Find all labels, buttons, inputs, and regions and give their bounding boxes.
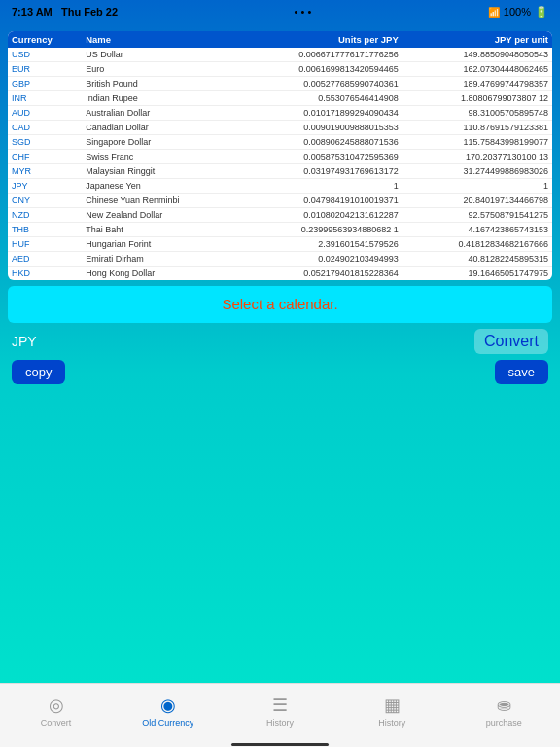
- table-row[interactable]: HKD Hong Kong Dollar 0.05217940181522836…: [8, 267, 552, 281]
- convert-tab-icon: ◎: [49, 694, 64, 716]
- currency-code-link[interactable]: NZD: [12, 210, 30, 220]
- currency-name: Japanese Yen: [82, 179, 237, 194]
- spacer: [8, 390, 552, 675]
- currency-label: JPY: [12, 334, 37, 349]
- battery-icon: 🔋: [535, 6, 548, 18]
- jpy-per-unit: 1.80806799073807 12: [402, 91, 552, 106]
- units-per-jpy: 0.052179401815228364: [237, 267, 402, 281]
- units-per-jpy: 0.047984191010019371: [237, 194, 402, 208]
- battery-label: 100%: [504, 6, 531, 18]
- currency-code-link[interactable]: GBP: [12, 79, 30, 89]
- save-button[interactable]: save: [495, 360, 548, 384]
- col-header-name: Name: [82, 31, 237, 48]
- currency-name: Thai Baht: [82, 223, 237, 237]
- status-time-date: 7:13 AM Thu Feb 22: [12, 6, 118, 18]
- old-currency-tab-icon: ◉: [160, 694, 176, 716]
- table-row[interactable]: CAD Canadian Dollar 0.009019009888015353…: [8, 121, 552, 135]
- currency-name: Hong Kong Dollar: [82, 267, 237, 281]
- currency-code-link[interactable]: INR: [12, 93, 27, 103]
- units-per-jpy: 0.010802042131612287: [237, 208, 402, 223]
- table-row[interactable]: HUF Hungarian Forint 2.391601541579526 0…: [8, 237, 552, 252]
- currency-code-link[interactable]: AUD: [12, 108, 30, 118]
- units-per-jpy: 0.024902103494993: [237, 252, 402, 267]
- currency-code-link[interactable]: EUR: [12, 64, 30, 74]
- jpy-per-unit: 110.87691579123381: [402, 121, 552, 135]
- currency-name: Euro: [82, 62, 237, 77]
- currency-name: Malaysian Ringgit: [82, 164, 237, 179]
- table-row[interactable]: USD US Dollar 0.0066717776171776256 149.…: [8, 48, 552, 62]
- currency-name: Chinese Yuan Renminbi: [82, 194, 237, 208]
- jpy-per-unit: 149.88509048050543: [402, 48, 552, 62]
- jpy-per-unit: 189.47699744798357: [402, 77, 552, 91]
- col-header-currency: Currency: [8, 31, 82, 48]
- currency-code-link[interactable]: HKD: [12, 268, 30, 278]
- tab-convert[interactable]: ◎ Convert: [27, 694, 86, 728]
- currency-code-link[interactable]: CAD: [12, 123, 30, 132]
- currency-code-link[interactable]: USD: [12, 50, 30, 59]
- select-calendar-text: Select a calendar.: [222, 296, 337, 312]
- units-per-jpy: 0.010171899294090434: [237, 106, 402, 121]
- jpy-per-unit: 115.75843998199077: [402, 135, 552, 150]
- status-bar: 7:13 AM Thu Feb 22 • • • 📶 100% 🔋: [0, 0, 560, 23]
- purchase-tab-icon: ⛂: [497, 694, 511, 716]
- convert-button[interactable]: Convert: [474, 329, 548, 354]
- jpy-per-unit: 170.20377130100 13: [402, 150, 552, 164]
- jpy-per-unit: 4.167423865743153: [402, 223, 552, 237]
- currency-name: Swiss Franc: [82, 150, 237, 164]
- jpy-per-unit: 98.31005705895748: [402, 106, 552, 121]
- currency-name: Singapore Dollar: [82, 135, 237, 150]
- currency-name: US Dollar: [82, 48, 237, 62]
- tab-old-currency-label: Old Currency: [142, 718, 193, 728]
- units-per-jpy: 2.391601541579526: [237, 237, 402, 252]
- tab-purchase[interactable]: ⛂ purchase: [474, 694, 533, 728]
- currency-code-link[interactable]: AED: [12, 254, 30, 264]
- units-per-jpy: 0.008906245888071536: [237, 135, 402, 150]
- table-row[interactable]: AUD Australian Dollar 0.0101718992940904…: [8, 106, 552, 121]
- copy-button[interactable]: copy: [12, 360, 65, 384]
- table-row[interactable]: AED Emirati Dirham 0.024902103494993 40.…: [8, 252, 552, 267]
- table-row[interactable]: INR Indian Rupee 0.553076546414908 1.808…: [8, 91, 552, 106]
- units-per-jpy: 0.23999563934880682 1: [237, 223, 402, 237]
- tab-history2[interactable]: ▦ History: [363, 694, 421, 728]
- currency-code-link[interactable]: HUF: [12, 239, 30, 249]
- jpy-per-unit: 1: [402, 179, 552, 194]
- currency-code-link[interactable]: MYR: [12, 166, 31, 176]
- table-row[interactable]: SGD Singapore Dollar 0.00890624588807153…: [8, 135, 552, 150]
- currency-table-container: Currency Name Units per JPY JPY per unit…: [8, 31, 552, 280]
- units-per-jpy: 1: [237, 179, 402, 194]
- jpy-per-unit: 162.07304448062465: [402, 62, 552, 77]
- jpy-per-unit: 0.41812834682167666: [402, 237, 552, 252]
- tab-history2-label: History: [378, 718, 405, 728]
- currency-code-link[interactable]: SGD: [12, 137, 31, 147]
- table-row[interactable]: THB Thai Baht 0.23999563934880682 1 4.16…: [8, 223, 552, 237]
- jpy-per-unit: 31.274499886983026: [402, 164, 552, 179]
- home-indicator: [0, 741, 560, 747]
- units-per-jpy: 0.0066717776171776256: [237, 48, 402, 62]
- currency-code-link[interactable]: CNY: [12, 196, 30, 205]
- action-row: JPY Convert: [8, 329, 552, 354]
- currency-code-link[interactable]: THB: [12, 225, 29, 234]
- table-row[interactable]: GBP British Pound 0.005277685990740361 1…: [8, 77, 552, 91]
- tab-bar: ◎ Convert ◉ Old Currency ☰ History ▦ His…: [0, 683, 560, 741]
- table-row[interactable]: JPY Japanese Yen 1 1: [8, 179, 552, 194]
- tab-history1[interactable]: ☰ History: [251, 694, 309, 728]
- jpy-per-unit: 20.840197134466798: [402, 194, 552, 208]
- currency-name: Australian Dollar: [82, 106, 237, 121]
- table-row[interactable]: MYR Malaysian Ringgit 0.0319749317696131…: [8, 164, 552, 179]
- currency-code-link[interactable]: CHF: [12, 152, 30, 161]
- tab-old-currency[interactable]: ◉ Old Currency: [139, 694, 197, 728]
- tab-convert-label: Convert: [41, 718, 72, 728]
- table-row[interactable]: EUR Euro 0.0061699813420594465 162.07304…: [8, 62, 552, 77]
- table-row[interactable]: NZD New Zealand Dollar 0.010802042131612…: [8, 208, 552, 223]
- currency-code-link[interactable]: JPY: [12, 181, 28, 191]
- table-row[interactable]: CHF Swiss Franc 0.005875310472595369 170…: [8, 150, 552, 164]
- history2-tab-icon: ▦: [384, 694, 401, 716]
- jpy-per-unit: 92.57508791541275: [402, 208, 552, 223]
- tab-history1-label: History: [266, 718, 294, 728]
- status-indicators: 📶 100% 🔋: [488, 6, 548, 18]
- main-content: Currency Name Units per JPY JPY per unit…: [0, 23, 560, 683]
- col-header-units: Units per JPY: [237, 31, 402, 48]
- select-calendar-banner[interactable]: Select a calendar.: [8, 286, 552, 323]
- table-row[interactable]: CNY Chinese Yuan Renminbi 0.047984191010…: [8, 194, 552, 208]
- units-per-jpy: 0.005875310472595369: [237, 150, 402, 164]
